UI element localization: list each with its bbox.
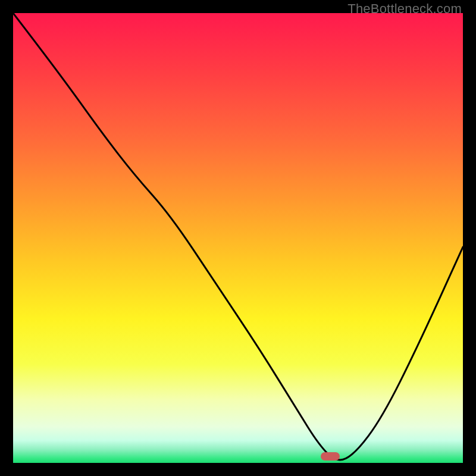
chart-frame bbox=[13, 13, 463, 463]
optimal-point-marker bbox=[321, 452, 340, 461]
bottleneck-curve-path bbox=[13, 13, 463, 460]
bottleneck-curve-svg bbox=[13, 13, 463, 463]
